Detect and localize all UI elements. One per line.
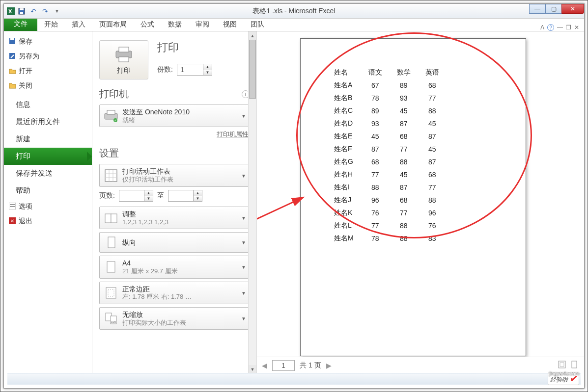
chevron-down-icon: ▼ <box>241 316 246 321</box>
chevron-down-icon: ▼ <box>241 215 246 220</box>
show-margins-icon[interactable] <box>558 360 566 370</box>
settings-section-header: 设置 <box>99 147 119 160</box>
paper-size-select[interactable]: A421 厘米 x 29.7 厘米 ▼ <box>99 256 250 278</box>
zoom-to-page-icon[interactable] <box>570 360 579 370</box>
nav-save-send[interactable]: 保存并发送 <box>4 165 92 182</box>
scroll-down-icon[interactable]: ▼ <box>249 365 256 373</box>
scroll-up-icon[interactable]: ▲ <box>249 31 256 40</box>
printer-properties-link[interactable]: 打印机属性 <box>100 130 249 139</box>
doc-close-icon[interactable]: ✕ <box>574 24 579 31</box>
svg-rect-10 <box>10 206 15 207</box>
save-icon[interactable] <box>17 6 27 16</box>
copies-input[interactable]: 1 ▲▼ <box>177 64 212 76</box>
nav-info[interactable]: 信息 <box>4 96 92 113</box>
table-row: 姓名E456887 <box>330 130 450 143</box>
pages-label: 页数: <box>99 191 115 200</box>
print-settings-pane: 打印 打印 份数: 1 ▲▼ 打印机 <box>92 31 257 373</box>
current-page-input[interactable]: 1 <box>272 360 295 371</box>
sheet-icon <box>104 169 118 183</box>
chevron-down-icon: ▼ <box>241 173 246 178</box>
svg-rect-4 <box>20 12 23 14</box>
tab-formulas[interactable]: 公式 <box>134 18 161 31</box>
table-row: 姓名B789377 <box>330 92 450 105</box>
watermark-domain: jingyanla.com <box>549 371 579 376</box>
nav-save[interactable]: 保存 <box>4 34 92 49</box>
tab-insert[interactable]: 插入 <box>65 18 92 31</box>
tab-team[interactable]: 团队 <box>244 18 271 31</box>
print-preview-pane: 姓名语文数学英语 姓名A678968姓名B789377姓名C894588姓名D9… <box>257 31 584 373</box>
portrait-icon <box>104 235 118 249</box>
doc-minimize-icon[interactable]: ― <box>557 24 563 31</box>
printer-select[interactable]: ✓ 发送至 OneNote 2010就绪 ▼ <box>99 105 250 127</box>
ribbon-minimize-icon[interactable]: ᐱ <box>540 24 544 31</box>
pages-to-label: 至 <box>157 191 164 200</box>
orientation-select[interactable]: 纵向 ▼ <box>99 232 250 253</box>
nav-open[interactable]: 打开 <box>4 64 92 78</box>
nav-help[interactable]: 帮助 <box>4 182 92 199</box>
print-scope-select[interactable]: 打印活动工作表仅打印活动工作表 ▼ <box>99 164 250 186</box>
prev-page-icon[interactable]: ◀ <box>262 362 267 369</box>
window-title: 表格1 .xls - Microsoft Excel <box>4 7 584 16</box>
svg-rect-22 <box>105 214 111 223</box>
help-icon[interactable]: ? <box>547 24 554 31</box>
tab-layout[interactable]: 页面布局 <box>92 18 134 31</box>
spin-down-icon[interactable]: ▼ <box>203 70 212 75</box>
table-header: 语文 <box>364 66 393 79</box>
tab-review[interactable]: 审阅 <box>189 18 216 31</box>
pages-from-input[interactable]: ▲▼ <box>119 190 153 202</box>
svg-rect-6 <box>10 38 14 40</box>
table-row: 姓名D938745 <box>330 117 450 130</box>
printer-device-icon: ✓ <box>104 109 118 123</box>
svg-text:✕: ✕ <box>10 218 14 224</box>
open-icon <box>9 67 17 75</box>
close-button[interactable]: ✕ <box>561 4 584 14</box>
printer-section-header: 打印机 <box>99 87 129 101</box>
nav-exit[interactable]: ✕退出 <box>4 214 92 229</box>
minimize-button[interactable]: ― <box>529 4 546 14</box>
tab-file[interactable]: 文件 <box>4 17 37 31</box>
svg-line-31 <box>257 197 304 296</box>
page-total-label: 共 1 页 <box>300 361 321 370</box>
nav-close[interactable]: 关闭 <box>4 78 92 93</box>
statusbar <box>7 373 581 385</box>
nav-print[interactable]: 打印 <box>4 148 92 165</box>
table-header: 英语 <box>421 66 450 79</box>
print-button[interactable]: 打印 <box>99 40 148 79</box>
options-icon <box>9 203 17 210</box>
nav-options[interactable]: 选项 <box>4 199 92 214</box>
next-page-icon[interactable]: ▶ <box>326 362 332 369</box>
svg-rect-15 <box>119 57 129 62</box>
svg-rect-25 <box>107 261 115 272</box>
svg-rect-26 <box>106 287 116 298</box>
pages-to-input[interactable]: ▲▼ <box>168 190 202 202</box>
table-row: 姓名A678968 <box>330 79 450 92</box>
collate-select[interactable]: 调整1,2,3 1,2,3 1,2,3 ▼ <box>99 207 250 229</box>
nav-new[interactable]: 新建 <box>4 131 92 148</box>
margins-select[interactable]: 正常边距左: 1.78 厘米 右: 1.78 … ▼ <box>99 282 250 304</box>
chevron-down-icon: ▼ <box>241 290 246 295</box>
redo-icon[interactable]: ↷ <box>40 6 50 16</box>
maximize-button[interactable]: ▢ <box>545 4 562 14</box>
undo-icon[interactable]: ↶ <box>28 6 38 16</box>
tab-home[interactable]: 开始 <box>37 18 65 31</box>
preview-table: 姓名语文数学英语 姓名A678968姓名B789377姓名C894588姓名D9… <box>330 66 450 245</box>
table-row: 姓名M788883 <box>330 232 450 245</box>
close-folder-icon <box>9 82 17 90</box>
svg-rect-34 <box>572 361 577 368</box>
preview-footer: ◀ 1 共 1 页 ▶ <box>257 357 584 373</box>
svg-rect-32 <box>559 361 565 368</box>
tab-view[interactable]: 视图 <box>216 18 244 31</box>
doc-restore-icon[interactable]: ❐ <box>566 24 571 31</box>
spin-up-icon[interactable]: ▲ <box>203 64 212 70</box>
chevron-down-icon: ▼ <box>241 264 246 270</box>
preview-page: 姓名语文数学英语 姓名A678968姓名B789377姓名C894588姓名D9… <box>300 38 526 356</box>
nav-save-as[interactable]: 另存为 <box>4 49 92 64</box>
settings-scrollbar[interactable]: ▲ ▼ <box>248 31 256 373</box>
qat-customize-icon[interactable]: ▼ <box>52 6 62 16</box>
nav-recent[interactable]: 最近所用文件 <box>4 113 92 131</box>
tab-data[interactable]: 数据 <box>161 18 189 31</box>
scroll-thumb[interactable] <box>249 40 256 99</box>
svg-text:✓: ✓ <box>114 119 117 122</box>
svg-rect-9 <box>10 204 15 205</box>
scaling-select[interactable]: 100 无缩放打印实际大小的工作表 ▼ <box>99 307 250 330</box>
